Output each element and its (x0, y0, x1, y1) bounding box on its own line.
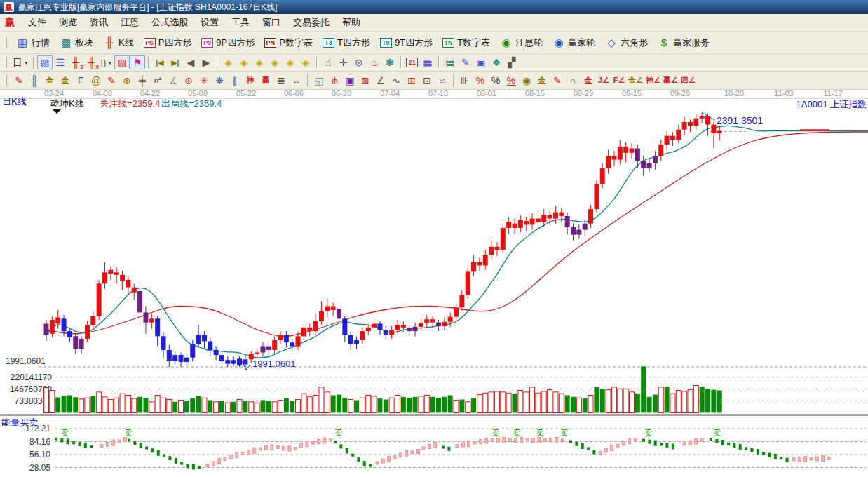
calculator-button[interactable]: ▦ (420, 55, 435, 69)
first-page-button[interactable]: |◀ (152, 55, 168, 69)
circle-cross-button[interactable]: ⊕ (181, 74, 196, 88)
gold-baseline-button[interactable]: 金 (534, 74, 550, 88)
dark-grid-button[interactable]: ⊡ (419, 74, 435, 88)
menu-item-5[interactable]: 设置 (194, 14, 225, 31)
box-fan-button[interactable]: ▣ (342, 74, 358, 88)
f-angle-button[interactable]: F∠ (611, 74, 627, 88)
gann-h-expand-button[interactable]: ◈ (252, 55, 267, 69)
menu-item-9[interactable]: 帮助 (336, 14, 367, 31)
prev-page-button[interactable]: ◀ (183, 55, 198, 69)
menu-item-6[interactable]: 工具 (225, 14, 256, 31)
percent-button[interactable]: % (488, 74, 503, 88)
gann-h-shrink-button[interactable]: ◈ (267, 55, 283, 69)
shen-tool-button[interactable]: 神 (243, 74, 258, 88)
tool-pink-button[interactable]: ♨ (367, 55, 382, 69)
gold-ratio-lines-button[interactable]: 金 (42, 74, 57, 88)
box-web-button[interactable]: ⊠ (358, 74, 373, 88)
color-flag-overlay-button[interactable]: ⚑ (130, 55, 145, 69)
menu-item-0[interactable]: 文件 (22, 14, 53, 31)
save-disk-button[interactable]: ▣ (473, 55, 489, 69)
hand-drag-button[interactable]: ☝ (320, 55, 336, 69)
crosshair-button[interactable]: ✛ (336, 55, 351, 69)
fan-lines-button[interactable]: ⋔ (327, 74, 342, 88)
ying-tool-button[interactable]: 赢 (258, 74, 273, 88)
send-window-button[interactable]: ❖ (489, 55, 504, 69)
fibonacci-lines-button[interactable]: F (73, 74, 88, 88)
si-angle-button[interactable]: 四∠ (679, 74, 697, 88)
pattern-overlay-button[interactable]: ▨ (114, 55, 130, 69)
angle-measure-button[interactable]: ∡ (165, 74, 181, 88)
info-panel-button[interactable]: ☰ (53, 55, 68, 69)
gold-circle-button[interactable]: ◉ (519, 74, 534, 88)
gann-lines-button[interactable]: ╫ (27, 74, 42, 88)
last-page-button[interactable]: ▶| (168, 55, 183, 69)
draw-pen-button[interactable]: ✎ (11, 74, 27, 88)
quote-table-button[interactable]: ▤ (442, 55, 458, 69)
gann-web-button[interactable]: ✳ (196, 74, 212, 88)
chart-canvas[interactable]: 03-2404-0804-2205-0805-2206-0606-2007-04… (0, 90, 868, 477)
spider-web-button[interactable]: ❋ (212, 74, 227, 88)
gann-spiral-button[interactable]: @ (88, 74, 104, 88)
remote-assist-button[interactable]: ▞ (504, 55, 520, 69)
j-angle-button[interactable]: J∠ (596, 74, 611, 88)
menu-item-2[interactable]: 资讯 (83, 14, 114, 31)
menu-item-3[interactable]: 江恩 (114, 14, 145, 31)
gann-expand-all-button[interactable]: ◈ (283, 55, 298, 69)
toolbar-drag-handle[interactable] (4, 37, 7, 48)
percent-slash-button[interactable]: % (473, 74, 488, 88)
hatch-lines-button[interactable]: ≋ (435, 74, 450, 88)
tool-teal-flower-button[interactable]: ❃ (382, 55, 398, 69)
menu-item-4[interactable]: 公式选股 (145, 14, 194, 31)
gold-angle-button[interactable]: 金∠ (627, 74, 644, 88)
percent-line-button[interactable]: % (503, 74, 519, 88)
title-bar[interactable]: 赢 赢家江恩专业版[赢家内部服务平台] - [上证指数 SH1A0001-167… (0, 0, 868, 14)
gold-extension-lines-button[interactable]: 金 (57, 74, 73, 88)
toolbar-button-quotes[interactable]: ▦行情 (11, 35, 55, 51)
period-daily-dropdown-button[interactable]: 日▼ (11, 55, 30, 69)
toolbar-button-sectors[interactable]: ▩板块 (55, 35, 98, 51)
toolbar-button-p-square[interactable]: PSP四方形 (139, 35, 197, 51)
gann-shrink-all-button[interactable]: ◈ (298, 55, 313, 69)
notes-editor-button[interactable]: ✎ (458, 55, 473, 69)
calendar-21-button[interactable]: 21 (405, 55, 420, 69)
price-grid-lines-button[interactable]: ╪ (135, 74, 150, 88)
gold-red-line-button[interactable]: 金 (581, 74, 596, 88)
kline-window-mode-button[interactable]: ▧ (37, 55, 53, 69)
toolbar-button-hexagon[interactable]: ◇六角形 (600, 35, 653, 51)
time-cycle-circle-button[interactable]: ⊕ (119, 74, 135, 88)
menu-item-8[interactable]: 交易委托 (287, 14, 336, 31)
square-of-nine-button[interactable]: n² (150, 74, 165, 88)
width-measure-button[interactable]: ↔ (289, 74, 304, 88)
menu-item-1[interactable]: 浏览 (53, 14, 83, 31)
zoom-lens-button[interactable]: ⊙ (351, 55, 367, 69)
gold-arch-button[interactable]: ∩ (565, 74, 581, 88)
toolbar-drag-handle[interactable] (4, 75, 7, 86)
ying-angle-button[interactable]: 赢∠ (662, 74, 679, 88)
ruler-123-button[interactable]: ≣ (273, 74, 289, 88)
toolbar-button-9t-square[interactable]: T99T四方形 (375, 35, 438, 51)
nine-line-view-button[interactable]: ╫9 (83, 55, 99, 69)
shen-angle-button[interactable]: 神∠ (644, 74, 662, 88)
trend-angle-button[interactable]: ∠ (373, 74, 388, 88)
toolbar-button-t-square[interactable]: T3T四方形 (318, 35, 375, 51)
next-page-button[interactable]: ▶ (198, 55, 214, 69)
k-divider-button[interactable]: ∥ (227, 74, 243, 88)
toolbar-button-9p-square[interactable]: P99P四方形 (196, 35, 259, 51)
toolbar-button-p-number-table[interactable]: PNP数字表 (259, 35, 318, 51)
candle-style-dropdown-button[interactable]: ▯▼ (99, 55, 114, 69)
toolbar-button-t-number-table[interactable]: TNT数字表 (438, 35, 495, 51)
three-line-view-button[interactable]: ╫3 (68, 55, 83, 69)
marker-pen-button[interactable]: ✎ (104, 74, 119, 88)
box-select-button[interactable]: ◱ (311, 74, 327, 88)
stat-bars-button[interactable]: ⊪ (457, 74, 473, 88)
toolbar-button-kline[interactable]: ╫K线 (98, 35, 139, 51)
toolbar-button-winner-service[interactable]: $赢家服务 (653, 35, 714, 51)
gann-shift-left-button[interactable]: ◈ (221, 55, 236, 69)
wave-tool-button[interactable]: ∿ (388, 74, 404, 88)
gann-shift-right-button[interactable]: ◈ (236, 55, 252, 69)
flag-pen-button[interactable]: ✎ (550, 74, 565, 88)
toolbar-drag-handle[interactable] (4, 57, 7, 68)
menu-item-7[interactable]: 窗口 (256, 14, 287, 31)
toolbar-button-winner-wheel[interactable]: ◉赢家轮 (548, 35, 600, 51)
red-grid-button[interactable]: ⊞ (404, 74, 419, 88)
